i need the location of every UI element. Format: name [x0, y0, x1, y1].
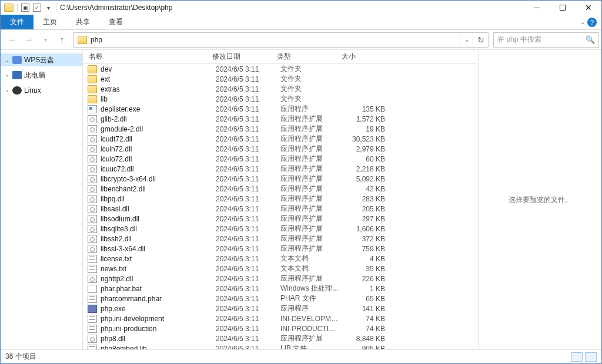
close-button[interactable]: ✕: [576, 1, 601, 15]
file-row[interactable]: libssl-3-x64.dll2024/6/5 3:11应用程序扩展759 K…: [83, 244, 478, 254]
qat-dropdown-icon[interactable]: ▾: [45, 5, 52, 11]
file-row[interactable]: icuuc72.dll2024/6/5 3:11应用程序扩展2,218 KB: [83, 164, 478, 174]
minimize-button[interactable]: [524, 1, 550, 15]
file-row[interactable]: pharcommand.phar2024/6/5 3:11PHAR 文件65 K…: [83, 294, 478, 304]
pc-icon: [12, 71, 22, 79]
file-row[interactable]: libpq.dll2024/6/5 3:11应用程序扩展283 KB: [83, 194, 478, 204]
file-row[interactable]: news.txt2024/6/5 3:11文本文档35 KB: [83, 264, 478, 274]
cloud-icon: [12, 56, 22, 64]
file-row[interactable]: php8.dll2024/6/5 3:11应用程序扩展8,848 KB: [83, 333, 478, 343]
recent-dropdown[interactable]: ▾: [38, 33, 52, 47]
tab-share[interactable]: 共享: [66, 15, 99, 29]
file-row[interactable]: libenchant2.dll2024/6/5 3:11应用程序扩展42 KB: [83, 184, 478, 194]
tree-twisty-icon[interactable]: ›: [4, 72, 10, 79]
qat-newfolder-icon[interactable]: ✓: [33, 4, 41, 12]
file-row[interactable]: extras2024/6/5 3:11文件夹: [83, 84, 478, 94]
file-name: license.txt: [101, 255, 210, 263]
file-row[interactable]: libssh2.dll2024/6/5 3:11应用程序扩展372 KB: [83, 234, 478, 244]
file-date: 2024/6/5 3:11: [210, 65, 275, 73]
view-thumbnails-icon[interactable]: [585, 352, 597, 362]
breadcrumb[interactable]: php: [91, 36, 102, 44]
dll-icon: [88, 165, 97, 173]
file-row[interactable]: libsodium.dll2024/6/5 3:11应用程序扩展297 KB: [83, 214, 478, 224]
file-size: 226 KB: [339, 275, 392, 283]
txt-icon: [88, 345, 97, 350]
address-dropdown-icon[interactable]: ⌄: [460, 33, 473, 47]
txt-icon: [88, 295, 97, 303]
file-row[interactable]: php.exe2024/6/5 3:11应用程序141 KB: [83, 304, 478, 314]
file-size: 283 KB: [339, 195, 392, 203]
file-row[interactable]: lib2024/6/5 3:11文件夹: [83, 94, 478, 104]
file-row[interactable]: icuio72.dll2024/6/5 3:11应用程序扩展60 KB: [83, 154, 478, 164]
body: ⌄WPS云盘›此电脑›Linux 名称 修改日期 类型 大小 dev2024/6…: [1, 50, 601, 349]
address-bar[interactable]: php ⌄ ↻: [73, 32, 489, 48]
file-row[interactable]: libsqlite3.dll2024/6/5 3:11应用程序扩展1,606 K…: [83, 224, 478, 234]
file-size: 35 KB: [339, 265, 392, 273]
col-type[interactable]: 类型: [271, 52, 336, 62]
preview-empty-text: 选择要预览的文件。: [509, 195, 572, 205]
refresh-button[interactable]: ↻: [473, 33, 488, 47]
dll-icon: [88, 115, 97, 123]
file-row[interactable]: libsasl.dll2024/6/5 3:11应用程序扩展205 KB: [83, 204, 478, 214]
exe-icon: [88, 105, 97, 113]
file-row[interactable]: icudt72.dll2024/6/5 3:11应用程序扩展30,523 KB: [83, 134, 478, 144]
file-date: 2024/6/5 3:11: [210, 115, 275, 123]
dll-icon: [88, 135, 97, 143]
explorer-window: ▣ ✓ ▾ C:\Users\Administrator\Desktop\php…: [0, 0, 602, 364]
file-row[interactable]: deplister.exe2024/6/5 3:11应用程序135 KB: [83, 104, 478, 114]
dll-icon: [88, 195, 97, 203]
file-name: php8embed.lib: [101, 345, 210, 350]
file-size: 5,092 KB: [339, 175, 392, 183]
file-row[interactable]: dev2024/6/5 3:11文件夹: [83, 64, 478, 74]
tab-view[interactable]: 查看: [99, 15, 132, 29]
file-name: php8.dll: [101, 335, 210, 343]
tab-file[interactable]: 文件: [1, 15, 34, 29]
file-row[interactable]: php8embed.lib2024/6/5 3:11LIB 文件905 KB: [83, 343, 478, 349]
col-date[interactable]: 修改日期: [206, 52, 271, 62]
file-date: 2024/6/5 3:11: [210, 175, 275, 183]
tab-home[interactable]: 主页: [34, 15, 66, 29]
file-name: php.ini-development: [101, 315, 210, 323]
search-input[interactable]: 在 php 中搜索 🔍: [493, 32, 599, 48]
file-date: 2024/6/5 3:11: [210, 75, 275, 83]
file-date: 2024/6/5 3:11: [210, 345, 275, 350]
sidebar-item-此电脑[interactable]: ›此电脑: [1, 69, 82, 82]
file-row[interactable]: php.ini-production2024/6/5 3:11INI-PRODU…: [83, 323, 478, 333]
file-row[interactable]: gmodule-2.dll2024/6/5 3:11应用程序扩展19 KB: [83, 124, 478, 134]
col-name[interactable]: 名称: [83, 52, 206, 62]
file-type: INI-PRODUCTIO...: [275, 325, 339, 333]
file-size: 1,606 KB: [339, 225, 392, 233]
chevron-down-icon[interactable]: ⌄: [580, 19, 585, 25]
col-size[interactable]: 大小: [336, 52, 389, 62]
maximize-button[interactable]: [550, 1, 576, 15]
view-details-icon[interactable]: [571, 352, 583, 362]
sidebar-item-Linux[interactable]: ›Linux: [1, 84, 82, 97]
tree-twisty-icon[interactable]: ⌄: [4, 57, 10, 63]
up-button[interactable]: ↑: [55, 33, 69, 47]
file-date: 2024/6/5 3:11: [210, 255, 275, 263]
file-row[interactable]: icuin72.dll2024/6/5 3:11应用程序扩展2,979 KB: [83, 144, 478, 154]
tree-twisty-icon[interactable]: ›: [4, 87, 10, 94]
file-row[interactable]: php.ini-development2024/6/5 3:11INI-DEVE…: [83, 314, 478, 323]
sidebar-item-WPS云盘[interactable]: ⌄WPS云盘: [1, 53, 82, 66]
folder-icon: [88, 85, 97, 93]
forward-button[interactable]: →: [22, 33, 36, 47]
file-row[interactable]: libcrypto-3-x64.dll2024/6/5 3:11应用程序扩展5,…: [83, 174, 478, 184]
file-row[interactable]: ext2024/6/5 3:11文件夹: [83, 74, 478, 84]
file-row[interactable]: license.txt2024/6/5 3:11文本文档4 KB: [83, 254, 478, 264]
tux-icon: [12, 86, 22, 95]
file-name: icuio72.dll: [101, 155, 210, 163]
file-name: gmodule-2.dll: [101, 125, 210, 133]
search-icon[interactable]: 🔍: [586, 35, 595, 44]
file-name: libenchant2.dll: [101, 185, 210, 193]
file-row[interactable]: glib-2.dll2024/6/5 3:11应用程序扩展1,572 KB: [83, 114, 478, 124]
back-button[interactable]: ←: [5, 33, 19, 47]
help-icon[interactable]: ?: [587, 18, 597, 27]
file-row[interactable]: nghttp2.dll2024/6/5 3:11应用程序扩展226 KB: [83, 274, 478, 284]
qat-properties-icon[interactable]: ▣: [21, 4, 29, 12]
ribbon-help[interactable]: ⌄ ?: [580, 15, 601, 29]
file-date: 2024/6/5 3:11: [210, 225, 275, 233]
status-bar: 36 个项目: [1, 349, 601, 363]
file-row[interactable]: phar.phar.bat2024/6/5 3:11Windows 批处理...…: [83, 284, 478, 294]
dll-icon: [88, 275, 97, 283]
